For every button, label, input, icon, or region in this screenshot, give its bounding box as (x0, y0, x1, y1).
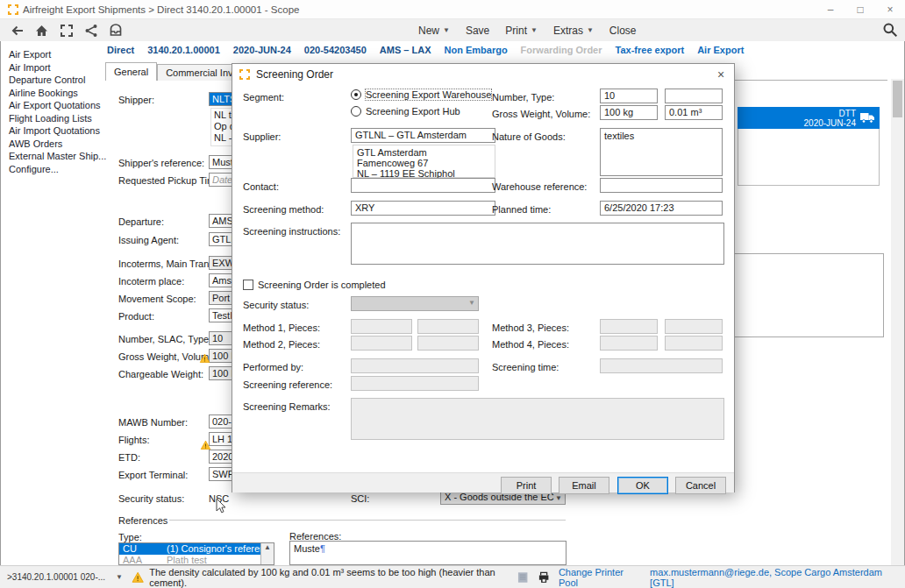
breadcrumb-tax-status[interactable]: Tax-free export (616, 45, 685, 55)
contact-label: Contact: (243, 181, 279, 193)
number-field[interactable]: 10 (600, 89, 658, 103)
ok-button[interactable]: OK (617, 477, 668, 494)
warning-icon (200, 440, 211, 450)
dialog-close-button[interactable]: × (708, 64, 734, 85)
maximize-button[interactable]: □ (845, 0, 875, 19)
export-terminal-label: Export Terminal: (118, 469, 188, 481)
nature-of-goods-textarea[interactable]: textiles (600, 128, 723, 176)
screening-instructions-label: Screening instructions: (243, 225, 340, 237)
screening-time-label: Screening time: (492, 361, 559, 373)
breadcrumb-route[interactable]: AMS – LAX (380, 45, 431, 55)
notes-icon[interactable] (517, 571, 528, 584)
volume-field[interactable]: 0.01 m³ (665, 105, 723, 120)
list-scrollbar[interactable]: ▲ (260, 543, 274, 564)
sidebar-item-awb-orders[interactable]: AWB Orders (9, 138, 62, 151)
window-titlebar: Airfreight Export Shipments > Direct 314… (0, 0, 905, 19)
screening-reference-label: Screening reference: (243, 379, 332, 391)
chevron-down-icon: ▼ (531, 26, 538, 34)
menu-print[interactable]: Print▼ (505, 25, 538, 37)
sidebar-item-departure-control[interactable]: Departure Control (9, 74, 85, 87)
back-button[interactable] (9, 22, 25, 39)
planned-time-field[interactable]: 6/25/2020 17:23 (600, 201, 723, 216)
sidebar-item-air-import[interactable]: Air Import (9, 62, 51, 74)
menu-close[interactable]: Close (609, 25, 637, 37)
share-button[interactable] (82, 22, 99, 39)
dialog-gross-weight-field[interactable]: 100 kg (600, 105, 658, 120)
breadcrumb-type[interactable]: Direct (107, 45, 134, 55)
printer-icon[interactable] (538, 571, 550, 584)
method1-field (351, 319, 412, 334)
sidebar-item-external-master[interactable]: External Master Ship... (9, 151, 106, 163)
screening-remarks-label: Screening Remarks: (243, 400, 331, 413)
incoterm-place-label: Incoterm place: (118, 275, 184, 287)
sidebar-item-air-import-quotations[interactable]: Air Import Quotations (9, 125, 100, 138)
references-textarea[interactable]: Muste¶ (289, 541, 567, 565)
etd-label: ETD: (118, 451, 140, 464)
performed-by-label: Performed by: (243, 361, 303, 373)
screening-method-label: Screening method: (243, 203, 324, 216)
sidebar-item-configure[interactable]: Configure... (9, 164, 59, 176)
email-button[interactable]: Email (559, 477, 609, 494)
segment-radio-warehouse[interactable]: Screening Export Warehouse (351, 89, 491, 100)
requested-pickup-label: Requested Pickup Time: (118, 174, 223, 187)
minimize-button[interactable]: – (816, 0, 845, 19)
method2-pieces-field (417, 336, 479, 351)
main-scrollbar[interactable] (891, 79, 904, 565)
checkbox-icon (243, 280, 253, 290)
segment-radio-hub[interactable]: Screening Export Hub (351, 106, 460, 117)
scope-logo-icon (8, 4, 18, 15)
contact-field[interactable] (351, 178, 495, 193)
chargeable-weight-label: Chargeable Weight: (118, 368, 203, 380)
share-icon (84, 24, 98, 38)
scroll-up-icon[interactable]: ▲ (264, 543, 271, 551)
list-item[interactable]: CU(1) Consignor's reference nu... (119, 543, 260, 555)
change-printer-pool-link[interactable]: Change Printer Pool (559, 567, 641, 588)
screening-instructions-textarea[interactable] (351, 223, 724, 265)
cancel-button[interactable]: Cancel (675, 477, 726, 494)
search-icon (882, 22, 898, 38)
menu-save[interactable]: Save (466, 25, 489, 37)
routing-banner[interactable]: DTT 2020-JUN-24 (738, 107, 880, 129)
status-shipment[interactable]: >3140.20.1.00001 020-... (7, 572, 105, 582)
references-section-label: References (118, 514, 167, 527)
status-dropdown-icon[interactable]: ▼ (116, 573, 123, 581)
close-button[interactable]: × (875, 0, 905, 19)
sci-label: SCI: (351, 492, 369, 505)
home-button[interactable] (33, 22, 50, 39)
sidebar-item-air-export[interactable]: Air Export (9, 49, 51, 61)
breadcrumb-embargo-status[interactable]: Non Embargo (444, 45, 507, 55)
menu-new[interactable]: New▼ (418, 25, 450, 37)
method3-field (600, 319, 658, 334)
gross-weight-volume-label: Gross Weight, Volume: (492, 108, 590, 120)
print-button[interactable]: Print (501, 477, 552, 494)
list-item[interactable]: AAAPlath test (119, 555, 260, 565)
completed-checkbox[interactable]: Screening Order is completed (243, 280, 386, 290)
screening-time-field (600, 358, 723, 373)
sidebar-item-flight-loading-lists[interactable]: Flight Loading Lists (9, 113, 92, 125)
menu-extras[interactable]: Extras▼ (553, 25, 594, 37)
search-button[interactable] (882, 22, 898, 39)
references-type-list[interactable]: CU(1) Consignor's reference nu... AAAPla… (118, 542, 274, 565)
breadcrumb-shipment-number[interactable]: 3140.20.1.00001 (147, 45, 220, 55)
scrollbar-thumb[interactable] (893, 81, 902, 117)
security-status-label: Security status: (118, 492, 184, 505)
breadcrumb-date[interactable]: 2020-JUN-24 (233, 45, 291, 55)
breadcrumb: Direct 3140.20.1.00001 2020-JUN-24 020-5… (107, 45, 744, 55)
breadcrumb-mode[interactable]: Air Export (697, 45, 744, 55)
segment-label: Segment: (243, 91, 284, 103)
security-status-select: ▼ (351, 296, 479, 311)
warehouse-reference-field[interactable] (600, 178, 723, 193)
supplier-address[interactable]: GTL Amsterdam Famencoweg 67 NL – 1119 EE… (353, 145, 495, 178)
method4-field (600, 336, 658, 351)
tab-general[interactable]: General (105, 62, 157, 81)
inbox-button[interactable] (107, 22, 124, 39)
sidebar-item-airline-bookings[interactable]: Airline Bookings (9, 88, 78, 100)
expand-button[interactable] (58, 22, 75, 39)
breadcrumb-awb[interactable]: 020-54203450 (304, 45, 367, 55)
screening-method-field[interactable]: XRY (351, 201, 495, 216)
type-field[interactable] (665, 89, 723, 103)
supplier-field[interactable]: GTLNL – GTL Amsterdam (351, 128, 495, 143)
dialog-title: Screening Order (256, 68, 333, 81)
performed-by-field (351, 358, 479, 373)
sidebar-item-air-export-quotations[interactable]: Air Export Quotations (9, 100, 101, 112)
